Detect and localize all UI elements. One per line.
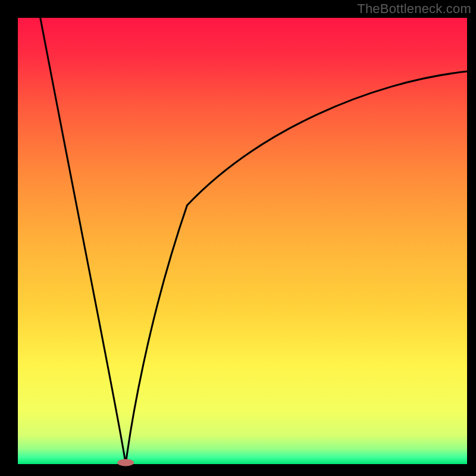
chart-canvas [0, 0, 476, 476]
watermark-text: TheBottleneck.com [357, 1, 471, 17]
vertex-marker [117, 459, 134, 466]
chart-frame: TheBottleneck.com [0, 0, 476, 476]
